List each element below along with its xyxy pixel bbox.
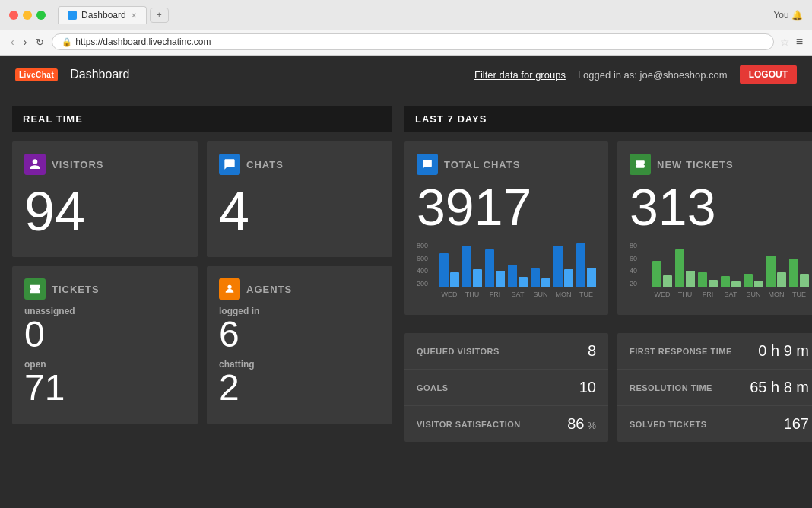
address-bar-row: ‹ › ↻ 🔒 https://dashboard.livechatinc.co… <box>0 30 812 55</box>
solved-tickets-value: 167 <box>784 415 809 433</box>
right-stats-panel: FIRST RESPONSE TIME 0 h 9 m RESOLUTION T… <box>617 333 812 442</box>
tickets-icon <box>24 278 46 300</box>
logo-text: LiveChat <box>19 71 54 79</box>
new-tickets-value: 313 <box>630 181 809 233</box>
chats-value: 4 <box>219 184 380 239</box>
chats-icon <box>219 154 240 175</box>
svg-point-0 <box>227 285 231 289</box>
chatting-label: chatting <box>219 359 380 370</box>
traffic-lights <box>9 11 46 20</box>
satisfaction-unit: % <box>587 420 596 431</box>
realtime-header: REAL TIME <box>12 106 392 132</box>
new-tickets-label: NEW TICKETS <box>657 159 734 170</box>
agents-icon <box>219 278 240 300</box>
total-chats-value: 3917 <box>417 181 596 233</box>
left-stats-panel: QUEUED VISITORS 8 GOALS 10 VISITOR SATIS… <box>404 333 608 442</box>
resolution-time-value: 65 h 8 m <box>750 379 809 396</box>
unassigned-label: unassigned <box>24 306 186 316</box>
queued-visitors-label: QUEUED VISITORS <box>417 347 588 356</box>
url-text: https://dashboard.livechatinc.com <box>75 37 211 47</box>
livechat-logo: LiveChat Dashboard <box>15 68 130 81</box>
tickets-label: TICKETS <box>52 284 100 295</box>
chats-card: CHATS 4 <box>207 141 392 257</box>
back-button[interactable]: ‹ <box>9 36 16 48</box>
tab-title: Dashboard <box>81 10 126 21</box>
filter-link[interactable]: Filter data for groups <box>474 69 566 81</box>
queued-visitors-row: QUEUED VISITORS 8 <box>404 333 608 370</box>
tab-bar: Dashboard ✕ + <box>58 6 169 24</box>
satisfaction-row: VISITOR SATISFACTION 86% <box>404 406 608 442</box>
new-tickets-chart: 80 60 40 20 WED <box>630 242 809 303</box>
address-bar[interactable]: 🔒 https://dashboard.livechatinc.com <box>52 33 773 50</box>
logged-in-label: Logged in as: joe@shoeshop.com <box>578 69 728 81</box>
refresh-button[interactable]: ↻ <box>34 37 46 48</box>
main-content: REAL TIME VISITORS 94 CHATS <box>0 94 812 508</box>
total-chats-label: TOTAL CHATS <box>444 159 520 170</box>
https-lock-icon: 🔒 <box>62 37 72 47</box>
total-chats-icon <box>417 154 438 175</box>
header-right: Filter data for groups Logged in as: joe… <box>474 65 797 84</box>
first-response-value: 0 h 9 m <box>758 342 809 360</box>
satisfaction-value: 86% <box>567 415 596 433</box>
visitors-card: VISITORS 94 <box>12 141 198 257</box>
logged-in-label: logged in <box>219 306 380 316</box>
logo-box: LiveChat <box>15 68 58 81</box>
chats-label: CHATS <box>246 159 284 170</box>
agents-label: AGENTS <box>246 284 292 295</box>
active-tab[interactable]: Dashboard ✕ <box>58 6 147 24</box>
open-value: 71 <box>24 370 186 406</box>
total-chats-card: TOTAL CHATS 3917 800 600 400 200 <box>404 141 608 315</box>
fullscreen-button[interactable] <box>36 11 46 20</box>
x-axis: WED THU FRI SAT SUN MON TUE <box>417 291 596 298</box>
satisfaction-label: VISITOR SATISFACTION <box>417 420 567 429</box>
app-header: LiveChat Dashboard Filter data for group… <box>0 56 812 94</box>
resolution-time-label: RESOLUTION TIME <box>630 383 750 392</box>
bookmark-icon[interactable]: ☆ <box>780 36 790 48</box>
last7-grid: TOTAL CHATS 3917 800 600 400 200 <box>404 141 812 315</box>
realtime-grid: VISITORS 94 CHATS 4 <box>12 141 392 424</box>
y-axis-tickets: 80 60 40 20 <box>630 242 637 287</box>
unassigned-value: 0 <box>24 316 186 353</box>
goals-label: GOALS <box>417 383 579 392</box>
logout-button[interactable]: LOGOUT <box>740 65 797 84</box>
realtime-panel: REAL TIME VISITORS 94 CHATS <box>12 106 392 506</box>
new-tickets-card: NEW TICKETS 313 80 60 40 20 <box>617 141 812 315</box>
tab-favicon <box>68 11 77 20</box>
visitors-value: 94 <box>24 184 186 239</box>
close-button[interactable] <box>9 11 18 20</box>
goals-row: GOALS 10 <box>404 370 608 406</box>
user-badge: You 🔔 <box>773 10 803 21</box>
resolution-time-row: RESOLUTION TIME 65 h 8 m <box>617 370 812 406</box>
minimize-button[interactable] <box>23 11 32 20</box>
menu-icon[interactable]: ≡ <box>796 35 803 49</box>
queued-visitors-value: 8 <box>588 342 596 360</box>
browser-chrome: Dashboard ✕ + You 🔔 ‹ › ↻ 🔒 https://dash… <box>0 0 812 56</box>
user-label: You 🔔 <box>773 10 803 21</box>
agents-sub: logged in 6 chatting 2 <box>219 306 380 406</box>
new-tab-button[interactable]: + <box>150 8 169 23</box>
last7days-header: LAST 7 DAYS <box>404 106 812 132</box>
logged-in-value: 6 <box>219 316 380 353</box>
visitors-label: VISITORS <box>52 159 103 170</box>
visitors-icon <box>24 154 46 175</box>
x-axis-tickets: WED THU FRI SAT SUN MON TUE <box>630 291 809 298</box>
y-axis: 800 600 400 200 <box>417 242 428 287</box>
goals-value: 10 <box>579 379 596 396</box>
total-chats-chart: 800 600 400 200 WED <box>417 242 596 303</box>
forward-button[interactable]: › <box>22 36 29 48</box>
solved-tickets-row: SOLVED TICKETS 167 <box>617 406 812 442</box>
tickets-sub: unassigned 0 open 71 <box>24 306 186 406</box>
first-response-row: FIRST RESPONSE TIME 0 h 9 m <box>617 333 812 370</box>
first-response-label: FIRST RESPONSE TIME <box>630 347 758 356</box>
chatting-value: 2 <box>219 370 380 406</box>
solved-tickets-label: SOLVED TICKETS <box>630 420 784 429</box>
app-title: Dashboard <box>70 68 129 81</box>
tickets-card: TICKETS unassigned 0 open 71 <box>12 266 198 424</box>
tab-close-icon[interactable]: ✕ <box>131 11 137 20</box>
agents-card: AGENTS logged in 6 chatting 2 <box>207 266 392 424</box>
new-tickets-icon <box>630 154 651 175</box>
last7days-panel: LAST 7 DAYS TOTAL CHATS 3917 800 600 <box>404 106 812 506</box>
